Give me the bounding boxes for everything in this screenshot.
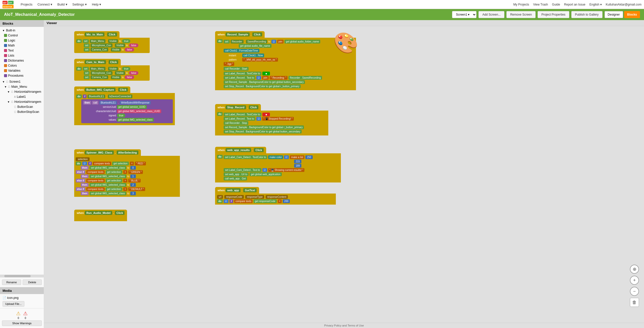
top-nav: MIT APP INVENTOR Projects Connect ▾ Buil… [0,0,644,9]
button-scan-icon: ☐ [14,106,16,108]
screen1-icon-text: ☐ [6,80,8,83]
nav-settings[interactable]: Settings ▾ [70,2,89,7]
main-menu-item[interactable]: ▼ ☐ Main_Menu [0,84,44,89]
nav-projects[interactable]: Projects [19,2,34,7]
media-section: Media 📄 icon.png Upload File... [0,287,44,308]
logic-icon [4,39,7,42]
sidebar-horizontal-scroll[interactable] [0,275,44,277]
h-arrange-1-icon: ☐ [11,90,13,93]
sidebar-item-colors[interactable]: Colors [0,63,44,68]
canvas-controls: ⊕ + − 🗑 [630,265,639,307]
media-content: 📄 icon.png Upload File... [0,294,44,308]
lists-label: Lists [8,54,14,57]
sidebar-item-control[interactable]: Control [0,33,44,38]
media-filename: icon.png [7,296,18,300]
nav-right: My Projects View Trash Guide Report an I… [513,3,641,6]
warning-1-count: 0 [18,317,19,319]
control-label: Control [8,34,18,37]
user-email[interactable]: KutluhanAktar@gmail.com [606,3,641,6]
colors-icon [4,64,7,67]
report-issue-link[interactable]: Report an Issue [564,3,585,6]
nav-connect[interactable]: Connect ▾ [35,2,54,7]
builtin-section[interactable]: ▼ Built-in [0,28,44,33]
main-menu-expand-icon: ▼ [4,85,7,88]
error-triangle-icon: ⚠ [23,310,28,316]
zoom-out-button[interactable]: − [630,287,639,296]
designer-button[interactable]: Designer [605,11,623,18]
screen-selector[interactable]: Screen1 ▾ [452,11,476,18]
logo-icon: MIT APP INVENTOR [3,1,14,8]
button-stop-scan-icon: ☐ [14,111,16,113]
h-arrange-2-icon: ☐ [11,101,13,103]
warning-1: ⚠ 0 [16,310,21,319]
horizontal-arrange-2[interactable]: ▼ ☐ HorizontalArrangem [0,99,44,104]
center-view-button[interactable]: ⊕ [630,265,639,274]
h-arrange-2-label: HorizontalArrangem [14,100,41,104]
label1-label: Label1 [17,95,26,99]
delete-button[interactable]: Delete [23,279,42,285]
sidebar-item-text[interactable]: Text [0,48,44,53]
file-icon: 📄 [3,296,6,300]
sidebar-item-dictionaries[interactable]: Dictionaries [0,58,44,63]
block-group-cam-click: when Cam_to_Main . Click do set Main_Men… [74,59,150,81]
sidebar-item-procedures[interactable]: Procedures [0,73,44,78]
nav-help[interactable]: Help ▾ [90,2,103,7]
language-selector[interactable]: English ▾ [589,3,602,6]
label1-item[interactable]: A Label1 [0,94,44,99]
sidebar-item-lists[interactable]: Lists [0,53,44,58]
project-properties-button[interactable]: Project Properties [538,11,569,18]
my-projects-link[interactable]: My Projects [513,3,529,6]
rename-button[interactable]: Rename [2,279,21,285]
remove-screen-button[interactable]: Remove Screen [506,11,536,18]
trash-button[interactable]: 🗑 [630,298,639,307]
block-group-run-audio: when Run_Audio_Model . Click [74,210,127,221]
show-warnings-button[interactable]: Show Warnings [2,320,42,326]
control-icon [4,34,7,37]
event-mic-click: when Mic_to_Main . Click [74,31,119,38]
sidebar-item-math[interactable]: Math [0,43,44,48]
horizontal-arrange-1[interactable]: ▼ ☐ HorizontalArrangem [0,89,44,94]
footer: Privacy Policy and Terms of Use [44,323,644,328]
lists-icon [4,54,7,57]
warning-2-count: 0 [25,317,26,319]
upload-file-button[interactable]: Upload File... [3,301,24,307]
nav-menu: Projects Connect ▾ Build ▾ Settings ▾ He… [19,2,103,7]
button-scan-item[interactable]: ☐ ButtonScan [0,104,44,109]
nav-build[interactable]: Build ▾ [55,2,69,7]
guide-link[interactable]: Guide [552,3,560,6]
screen1-section[interactable]: ▼ ☐ Screen1 [0,79,44,84]
zoom-in-button[interactable]: + [630,276,639,285]
sidebar-content: ▼ Built-in Control Logic Math Text Li [0,27,44,275]
variables-label: Variables [8,69,20,72]
sidebar-item-variables[interactable]: Variables [0,68,44,73]
warnings-row: ⚠ 0 ⚠ 0 [16,310,28,319]
footer-link[interactable]: Privacy Policy and Terms of Use [324,324,364,327]
project-title: AIoT_Mechanical_Anomaly_Detector [4,12,450,17]
warning-triangle-icon: ⚠ [16,310,21,316]
blocks-button[interactable]: Blocks [624,11,640,18]
procedures-icon [4,74,7,77]
sidebar-item-logic[interactable]: Logic [0,38,44,43]
button-scan-label: ButtonScan [17,105,33,109]
colors-label: Colors [8,64,17,67]
screen1-expand-icon: ▼ [2,80,5,83]
viewer-header: Viewer [44,20,644,26]
view-trash-link[interactable]: View Trash [533,3,548,6]
publish-button[interactable]: Publish to Gallery [571,11,602,18]
dictionaries-icon [4,59,7,62]
h-arrange-2-expand: ▼ [7,101,10,103]
add-screen-button[interactable]: Add Screen... [478,11,504,18]
block-group-web-app-gottext: when web_app . GotText url responseCode … [215,187,336,205]
logic-label: Logic [8,39,15,42]
dictionaries-label: Dictionaries [8,59,24,62]
variables-icon [4,69,7,72]
block-group-stop-record: when Stop_Record . Click do set Label_Re… [215,104,328,135]
button-stop-scan-item[interactable]: ☐ ButtonStopScan [0,109,44,114]
svg-text:INVENTOR: INVENTOR [3,6,12,8]
logo: MIT APP INVENTOR [3,1,14,8]
block-canvas[interactable]: when Mic_to_Main . Click do set Main_Men… [44,26,644,327]
builtin-label: Built-in [6,29,15,32]
blocks-header: Blocks [0,20,44,27]
block-group-spinner: when Spinner_IMG_Class . AfterSelecting … [74,149,180,197]
math-label: Math [8,44,15,47]
